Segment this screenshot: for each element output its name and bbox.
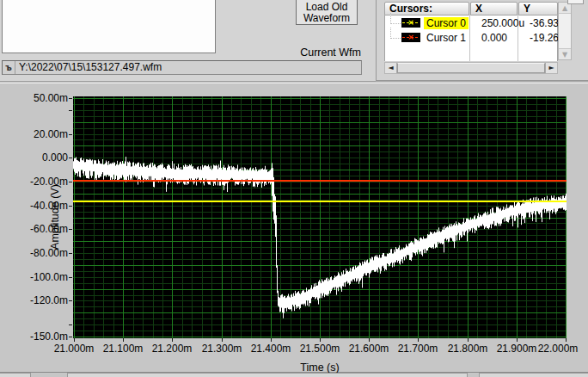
x-tick-mark: [418, 338, 419, 342]
cursors-col-y-header[interactable]: Y: [518, 2, 558, 15]
y-tick-label: 50.00m: [15, 92, 68, 104]
x-tick-mark: [369, 338, 370, 342]
y-tick-label: -120.0m: [15, 294, 68, 306]
load-button-line2: Waveform: [303, 12, 350, 24]
y-tick-label: -20.00m: [15, 176, 68, 188]
y-tick-mark: [69, 277, 72, 278]
waveform-list-box[interactable]: [2, 0, 216, 53]
x-tick-mark: [123, 338, 124, 342]
y-tick-mark: [69, 110, 72, 111]
current-wfm-label: Current Wfm: [273, 46, 361, 59]
y-tick-label: -150.0m: [15, 331, 68, 343]
y-tick-label: -100.0m: [15, 271, 68, 283]
x-tick-mark: [74, 338, 75, 342]
tree-branch-icon: [390, 13, 401, 24]
path-type-icon: ъ: [3, 61, 15, 74]
y-tick-mark: [69, 158, 72, 158]
y-tick-label: -60.00m: [15, 223, 68, 235]
y-tick-mark: [69, 182, 72, 182]
cursor-x-value[interactable]: 0.000: [481, 32, 507, 44]
scroll-down-button[interactable]: ▼: [559, 48, 571, 59]
y-axis-title: Amplitude (V): [49, 180, 63, 254]
cursor-name[interactable]: Cursor 1: [424, 32, 469, 44]
cursor-row[interactable]: ×Cursor 10.000-19.26m: [384, 31, 558, 46]
y-tick-mark: [69, 134, 72, 135]
scrollbar-thumb[interactable]: [397, 63, 545, 73]
y-tick-mark: [69, 324, 72, 325]
path-value: Y:\2022\07\15\153127.497.wfm: [15, 61, 361, 74]
x-tick-mark: [517, 338, 518, 342]
tree-branch-icon: [390, 28, 401, 39]
y-tick-label: -80.00m: [15, 247, 68, 259]
load-button-line1: Load Old: [306, 1, 348, 13]
plot-area[interactable]: [73, 96, 567, 338]
y-tick-mark: [69, 253, 72, 254]
y-tick-mark: [69, 206, 72, 207]
y-tick-mark: [69, 337, 72, 337]
cursor-marker-icon: ×: [401, 33, 420, 42]
x-tick-mark: [320, 338, 321, 342]
y-tick-mark: [69, 229, 72, 230]
cursor-x-value[interactable]: 250.000u: [481, 17, 524, 29]
cursors-vertical-scrollbar[interactable]: ▲ ▼: [558, 2, 572, 60]
y-tick-mark: [69, 300, 72, 301]
cursors-panel: Cursors: X Y ×Cursor 0250.000u-36.93m×Cu…: [376, 0, 588, 81]
cursors-col-x-header[interactable]: X: [470, 2, 518, 15]
current-wfm-path-control[interactable]: ъ Y:\2022\07\15\153127.497.wfm: [2, 60, 362, 75]
app-window: Load Old Waveform Current Wfm ъ Y:\2022\…: [0, 0, 588, 377]
x-tick-mark: [468, 338, 469, 342]
y-tick-mark: [69, 98, 72, 99]
x-axis-title: Time (s): [277, 362, 363, 374]
y-tick-label: -40.00m: [15, 200, 68, 212]
load-old-waveform-button[interactable]: Load Old Waveform: [296, 0, 358, 25]
clipped-bottom-control: [67, 373, 468, 377]
x-tick-label: 22.000m: [528, 343, 588, 355]
clipped-bottom-control: [479, 373, 588, 377]
cursor-name[interactable]: Cursor 0: [424, 17, 469, 29]
x-tick-mark: [271, 338, 272, 342]
scroll-right-button[interactable]: ►: [545, 63, 557, 73]
clipped-control-edge: [567, 0, 584, 4]
waveform-graph: Amplitude (V) 50.00m20.00m0.000-20.00m-4…: [0, 83, 588, 373]
y-tick-label: 0.000: [15, 151, 68, 164]
x-tick-mark: [566, 338, 567, 342]
top-toolbar: Load Old Waveform Current Wfm ъ Y:\2022\…: [0, 0, 588, 82]
cursor-marker-icon: ×: [401, 18, 420, 28]
x-tick-mark: [222, 338, 223, 342]
y-tick-label: 20.00m: [15, 128, 68, 140]
cursors-horizontal-scrollbar[interactable]: ◄ ►: [384, 62, 558, 74]
cursor-row[interactable]: ×Cursor 0250.000u-36.93m: [384, 16, 558, 31]
scroll-left-button[interactable]: ◄: [385, 63, 397, 73]
x-tick-mark: [172, 338, 173, 342]
clipped-bottom-control: [0, 373, 31, 377]
